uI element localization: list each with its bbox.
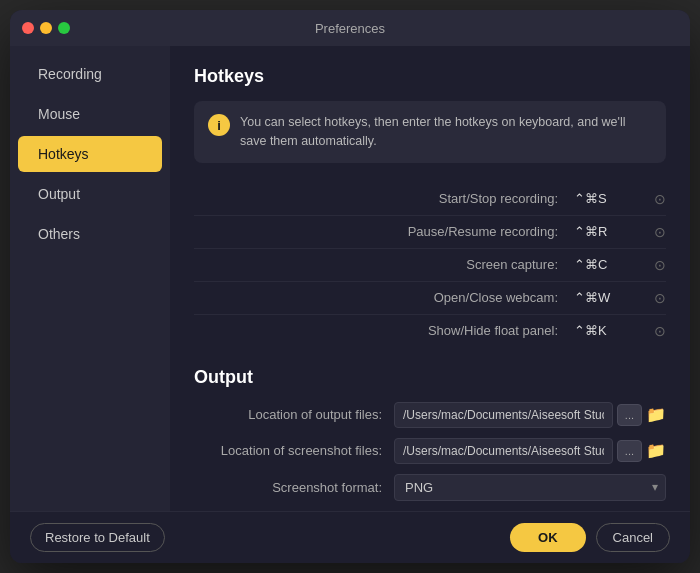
- close-button[interactable]: [22, 22, 34, 34]
- output-section: Output Location of output files: ... 📁 L…: [194, 367, 666, 512]
- hotkey-row: Start/Stop recording: ⌃⌘S ⊙: [194, 183, 666, 216]
- maximize-button[interactable]: [58, 22, 70, 34]
- folder-icon[interactable]: 📁: [646, 405, 666, 424]
- hotkey-value: ⌃⌘K: [574, 323, 654, 338]
- output-files-label: Location of output files:: [194, 407, 394, 422]
- hotkey-value: ⌃⌘W: [574, 290, 654, 305]
- hotkey-edit-icon[interactable]: ⊙: [654, 323, 666, 339]
- window-title: Preferences: [315, 21, 385, 36]
- video-format-field: MOV MP4 AVI MKV ▾: [394, 511, 666, 512]
- cancel-button[interactable]: Cancel: [596, 523, 670, 552]
- footer: Restore to Default OK Cancel: [10, 511, 690, 563]
- hotkey-edit-icon[interactable]: ⊙: [654, 290, 666, 306]
- output-row-files: Location of output files: ... 📁: [194, 402, 666, 428]
- sidebar-item-mouse[interactable]: Mouse: [18, 96, 162, 132]
- info-icon: i: [208, 114, 230, 136]
- titlebar: Preferences: [10, 10, 690, 46]
- screenshot-format-select[interactable]: PNG JPG BMP GIF: [394, 474, 666, 501]
- output-screenshots-field: ... 📁: [394, 438, 666, 464]
- output-screenshots-label: Location of screenshot files:: [194, 443, 394, 458]
- sidebar: Recording Mouse Hotkeys Output Others: [10, 46, 170, 511]
- hotkey-row: Pause/Resume recording: ⌃⌘R ⊙: [194, 216, 666, 249]
- sidebar-item-others[interactable]: Others: [18, 216, 162, 252]
- output-row-screenshot-format: Screenshot format: PNG JPG BMP GIF ▾: [194, 474, 666, 501]
- screenshot-format-label: Screenshot format:: [194, 480, 394, 495]
- hotkey-label: Open/Close webcam:: [194, 290, 574, 305]
- hotkey-label: Screen capture:: [194, 257, 574, 272]
- info-text: You can select hotkeys, then enter the h…: [240, 113, 652, 151]
- hotkey-label: Show/Hide float panel:: [194, 323, 574, 338]
- hotkey-value: ⌃⌘C: [574, 257, 654, 272]
- content-area: Recording Mouse Hotkeys Output Others Ho…: [10, 46, 690, 511]
- output-title: Output: [194, 367, 666, 388]
- screenshot-format-field: PNG JPG BMP GIF ▾: [394, 474, 666, 501]
- video-format-dropdown-wrapper: MOV MP4 AVI MKV ▾: [394, 511, 666, 512]
- output-files-field: ... 📁: [394, 402, 666, 428]
- hotkey-edit-icon[interactable]: ⊙: [654, 224, 666, 240]
- hotkey-value: ⌃⌘R: [574, 224, 654, 239]
- output-row-screenshots: Location of screenshot files: ... 📁: [194, 438, 666, 464]
- hotkey-edit-icon[interactable]: ⊙: [654, 257, 666, 273]
- footer-buttons-right: OK Cancel: [510, 523, 670, 552]
- output-files-input[interactable]: [394, 402, 613, 428]
- restore-default-button[interactable]: Restore to Default: [30, 523, 165, 552]
- hotkey-edit-icon[interactable]: ⊙: [654, 191, 666, 207]
- hotkey-value: ⌃⌘S: [574, 191, 654, 206]
- hotkey-row: Show/Hide float panel: ⌃⌘K ⊙: [194, 315, 666, 347]
- window-controls: [22, 22, 70, 34]
- info-box: i You can select hotkeys, then enter the…: [194, 101, 666, 163]
- output-screenshots-input[interactable]: [394, 438, 613, 464]
- video-format-select[interactable]: MOV MP4 AVI MKV: [394, 511, 666, 512]
- preferences-window: Preferences Recording Mouse Hotkeys Outp…: [10, 10, 690, 563]
- minimize-button[interactable]: [40, 22, 52, 34]
- sidebar-item-hotkeys[interactable]: Hotkeys: [18, 136, 162, 172]
- ok-button[interactable]: OK: [510, 523, 586, 552]
- main-content: Hotkeys i You can select hotkeys, then e…: [170, 46, 690, 511]
- hotkey-row: Screen capture: ⌃⌘C ⊙: [194, 249, 666, 282]
- folder-icon[interactable]: 📁: [646, 441, 666, 460]
- hotkeys-title: Hotkeys: [194, 66, 666, 87]
- hotkey-row: Open/Close webcam: ⌃⌘W ⊙: [194, 282, 666, 315]
- hotkey-label: Pause/Resume recording:: [194, 224, 574, 239]
- sidebar-item-recording[interactable]: Recording: [18, 56, 162, 92]
- output-screenshots-dots-button[interactable]: ...: [617, 440, 642, 462]
- hotkey-rows: Start/Stop recording: ⌃⌘S ⊙ Pause/Resume…: [194, 183, 666, 347]
- sidebar-item-output[interactable]: Output: [18, 176, 162, 212]
- hotkey-label: Start/Stop recording:: [194, 191, 574, 206]
- screenshot-format-dropdown-wrapper: PNG JPG BMP GIF ▾: [394, 474, 666, 501]
- output-files-dots-button[interactable]: ...: [617, 404, 642, 426]
